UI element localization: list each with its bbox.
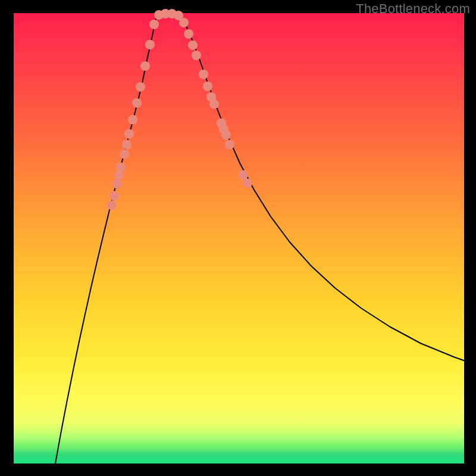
data-dot — [188, 40, 198, 50]
data-dot — [140, 61, 150, 71]
chart-frame — [14, 13, 464, 464]
data-dot — [136, 82, 145, 92]
data-dot — [225, 140, 234, 149]
data-dot — [239, 170, 248, 180]
data-dot — [107, 201, 117, 210]
data-dot — [145, 40, 155, 49]
data-dot — [112, 179, 122, 189]
data-dot — [132, 98, 142, 108]
data-dot — [192, 51, 201, 60]
data-dot — [184, 29, 193, 39]
data-dots-group — [107, 9, 252, 210]
data-dot — [128, 115, 137, 124]
watermark-text: TheBottleneck.com — [356, 1, 470, 17]
data-dot — [124, 129, 134, 139]
data-dot — [179, 18, 189, 27]
data-dot — [221, 130, 231, 140]
data-dot — [199, 70, 208, 79]
data-dot — [122, 140, 131, 149]
curve-right-branch — [180, 16, 464, 361]
data-dot — [109, 191, 119, 201]
data-dot — [120, 149, 129, 159]
data-dot — [243, 178, 252, 188]
data-dot — [209, 99, 219, 109]
data-dot — [203, 82, 212, 91]
data-dot — [116, 162, 126, 172]
data-dot — [149, 20, 159, 29]
bottleneck-curve-plot — [14, 13, 464, 464]
